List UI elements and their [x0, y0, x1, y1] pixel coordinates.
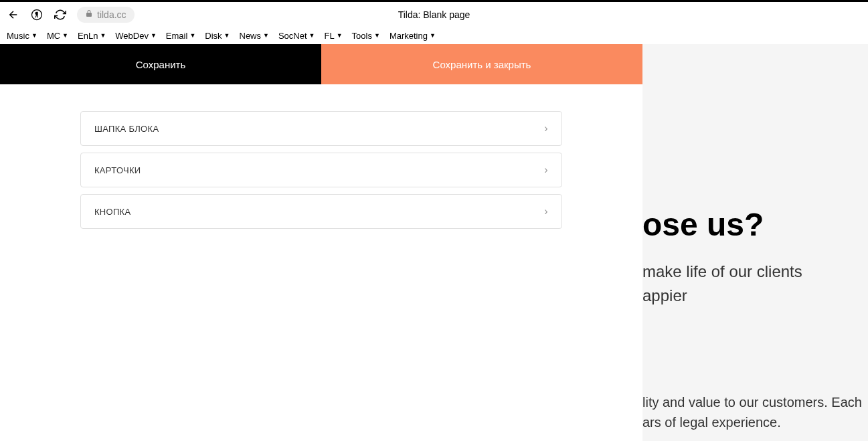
page-title: Tilda: Blank page	[398, 9, 470, 20]
chevron-down-icon: ▼	[100, 32, 106, 39]
chevron-down-icon: ▼	[337, 32, 343, 39]
editor-header: Сохранить Сохранить и закрыть	[0, 44, 642, 84]
bookmark-fl[interactable]: FL▼	[325, 31, 343, 41]
settings-item-label: ШАПКА БЛОКА	[94, 124, 159, 134]
bookmark-mc[interactable]: MC▼	[47, 31, 68, 41]
bookmark-enln[interactable]: EnLn▼	[78, 31, 106, 41]
url-text: tilda.cc	[97, 9, 126, 20]
bookmark-disk[interactable]: Disk▼	[205, 31, 230, 41]
preview-body: lity and value to our customers. Each ar…	[642, 392, 862, 432]
lock-icon	[85, 9, 93, 19]
chevron-right-icon: ›	[544, 164, 548, 176]
bookmark-news[interactable]: News▼	[240, 31, 269, 41]
settings-item-cards[interactable]: КАРТОЧКИ ›	[80, 153, 562, 187]
save-button[interactable]: Сохранить	[0, 44, 321, 84]
chevron-down-icon: ▼	[189, 32, 195, 39]
settings-item-label: КАРТОЧКИ	[94, 165, 141, 175]
preview-heading: ose us?	[642, 206, 764, 243]
bookmark-music[interactable]: Music▼	[7, 31, 37, 41]
main-area: ose us? make life of our clients appier …	[0, 44, 868, 441]
chevron-down-icon: ▼	[309, 32, 315, 39]
browser-toolbar: tilda.cc Tilda: Blank page	[0, 2, 868, 27]
settings-item-header[interactable]: ШАПКА БЛОКА ›	[80, 111, 562, 146]
settings-item-button[interactable]: КНОПКА ›	[80, 194, 562, 229]
back-button[interactable]	[7, 8, 20, 21]
chevron-right-icon: ›	[544, 205, 548, 217]
bookmark-socnet[interactable]: SocNet▼	[278, 31, 315, 41]
reload-button[interactable]	[54, 8, 67, 21]
bookmark-marketing[interactable]: Marketing▼	[389, 31, 436, 41]
preview-subtitle: make life of our clients appier	[642, 260, 802, 308]
chevron-down-icon: ▼	[263, 32, 269, 39]
bookmark-email[interactable]: Email▼	[166, 31, 195, 41]
chevron-down-icon: ▼	[62, 32, 68, 39]
chevron-down-icon: ▼	[430, 32, 436, 39]
settings-item-label: КНОПКА	[94, 207, 131, 217]
settings-list: ШАПКА БЛОКА › КАРТОЧКИ › КНОПКА ›	[0, 84, 642, 256]
bookmark-tools[interactable]: Tools▼	[352, 31, 380, 41]
chevron-down-icon: ▼	[224, 32, 230, 39]
editor-panel: Сохранить Сохранить и закрыть ШАПКА БЛОК…	[0, 44, 642, 441]
chevron-right-icon: ›	[544, 122, 548, 135]
chevron-down-icon: ▼	[374, 32, 380, 39]
bookmarks-bar: Music▼ MC▼ EnLn▼ WebDev▼ Email▼ Disk▼ Ne…	[0, 27, 868, 44]
save-close-button[interactable]: Сохранить и закрыть	[321, 44, 642, 84]
bookmark-webdev[interactable]: WebDev▼	[115, 31, 157, 41]
chevron-down-icon: ▼	[151, 32, 157, 39]
chevron-down-icon: ▼	[31, 32, 37, 39]
address-bar[interactable]: tilda.cc	[77, 7, 135, 23]
yandex-icon[interactable]	[30, 8, 44, 21]
